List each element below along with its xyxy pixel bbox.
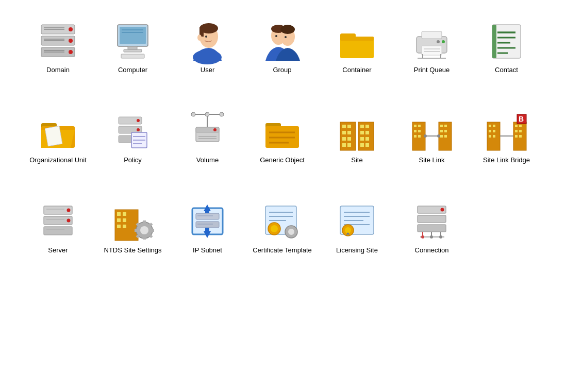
policy-label: Policy <box>124 156 142 165</box>
icon-item-generic-object[interactable]: Generic Object <box>245 111 320 165</box>
svg-rect-105 <box>418 135 421 138</box>
svg-rect-55 <box>45 126 62 146</box>
svg-rect-119 <box>489 130 491 132</box>
icon-item-computer[interactable]: Computer <box>95 21 170 75</box>
svg-text:B: B <box>518 115 523 123</box>
icon-item-policy[interactable]: Policy <box>95 111 170 165</box>
svg-rect-134 <box>44 227 72 235</box>
svg-rect-89 <box>347 143 351 147</box>
svg-rect-150 <box>143 236 146 240</box>
domain-label: Domain <box>46 66 70 75</box>
icon-item-contact[interactable]: Contact <box>469 21 544 75</box>
icon-item-certificate-template[interactable]: Certificate Template <box>245 201 320 255</box>
svg-rect-162 <box>196 213 219 219</box>
svg-rect-143 <box>117 218 121 222</box>
svg-rect-87 <box>347 137 351 141</box>
icon-item-print-queue[interactable]: Print Queue <box>394 21 469 75</box>
svg-point-5 <box>69 50 73 54</box>
svg-point-189 <box>421 235 424 238</box>
icon-item-group[interactable]: Group <box>245 21 320 75</box>
svg-rect-100 <box>414 125 417 127</box>
svg-rect-127 <box>515 135 518 138</box>
server-label: Server <box>48 246 68 255</box>
svg-point-184 <box>441 208 444 212</box>
icon-item-user[interactable]: User <box>170 21 245 75</box>
icon-item-connection[interactable]: Connection <box>394 201 469 255</box>
connection-label: Connection <box>415 246 449 255</box>
svg-rect-146 <box>123 225 126 228</box>
computer-label: Computer <box>118 66 147 75</box>
svg-rect-117 <box>489 125 491 127</box>
user-icon <box>187 21 228 62</box>
svg-point-72 <box>205 112 209 116</box>
svg-point-70 <box>191 112 195 116</box>
icon-grid: Domain Computer <box>0 0 566 291</box>
ip-subnet-label: IP Subnet <box>193 246 222 255</box>
row-break-2 <box>21 180 545 201</box>
generic-object-label: Generic Object <box>260 156 305 165</box>
icon-item-org-unit[interactable]: Organizational Unit <box>21 111 95 165</box>
ntds-site-settings-label: NTDS Site Settings <box>104 246 162 255</box>
svg-point-29 <box>280 25 295 34</box>
icon-item-container[interactable]: Container <box>320 21 394 75</box>
svg-rect-124 <box>519 125 522 127</box>
user-label: User <box>201 66 214 75</box>
svg-point-113 <box>424 134 427 138</box>
svg-rect-182 <box>418 215 446 223</box>
licensing-site-icon <box>337 201 378 242</box>
volume-icon <box>187 111 228 152</box>
icon-item-site[interactable]: Site <box>320 111 394 165</box>
svg-rect-118 <box>493 125 495 127</box>
svg-rect-86 <box>342 137 346 141</box>
svg-rect-34 <box>340 37 374 41</box>
svg-rect-90 <box>360 125 364 128</box>
domain-icon <box>38 21 79 62</box>
print-queue-label: Print Queue <box>414 66 450 75</box>
container-icon <box>337 21 378 62</box>
icon-item-licensing-site[interactable]: Licensing Site <box>320 201 394 255</box>
svg-rect-110 <box>440 135 443 138</box>
svg-point-173 <box>288 229 294 235</box>
generic-object-icon <box>262 111 303 152</box>
svg-rect-84 <box>342 131 346 134</box>
icon-item-site-link[interactable]: Site Link <box>394 111 469 165</box>
site-link-bridge-icon: B <box>486 111 527 152</box>
svg-point-24 <box>197 35 202 41</box>
svg-rect-109 <box>444 130 447 132</box>
svg-rect-85 <box>347 131 351 134</box>
icon-item-ip-subnet[interactable]: IP Subnet <box>170 201 245 255</box>
svg-point-191 <box>439 235 442 238</box>
svg-rect-121 <box>489 135 491 138</box>
svg-rect-144 <box>123 218 126 222</box>
svg-rect-37 <box>422 46 442 55</box>
svg-point-40 <box>442 40 445 43</box>
group-icon <box>262 21 303 62</box>
icon-item-domain[interactable]: Domain <box>21 21 95 75</box>
svg-rect-19 <box>121 54 144 58</box>
svg-point-171 <box>271 225 278 232</box>
svg-rect-142 <box>123 212 126 216</box>
icon-item-server[interactable]: Server <box>21 201 95 255</box>
policy-icon <box>112 111 154 152</box>
contact-icon <box>486 21 527 62</box>
svg-rect-163 <box>196 221 219 228</box>
site-icon <box>337 111 378 152</box>
svg-point-60 <box>137 128 140 131</box>
site-label: Site <box>351 156 362 165</box>
svg-rect-92 <box>360 131 364 134</box>
svg-rect-13 <box>120 27 146 44</box>
icon-item-site-link-bridge[interactable]: B Site Link Bridge <box>469 111 544 165</box>
svg-rect-95 <box>365 137 369 141</box>
svg-rect-106 <box>440 125 443 127</box>
connection-icon <box>411 201 453 242</box>
svg-point-190 <box>430 235 433 238</box>
svg-rect-145 <box>117 225 121 228</box>
icon-item-volume[interactable]: Volume <box>170 111 245 165</box>
svg-rect-152 <box>151 229 154 232</box>
svg-rect-88 <box>342 143 346 147</box>
svg-point-25 <box>205 36 207 38</box>
svg-point-71 <box>220 112 224 116</box>
icon-item-ntds-site-settings[interactable]: NTDS Site Settings <box>95 201 170 255</box>
svg-rect-149 <box>143 220 146 224</box>
ip-subnet-icon <box>187 201 228 242</box>
